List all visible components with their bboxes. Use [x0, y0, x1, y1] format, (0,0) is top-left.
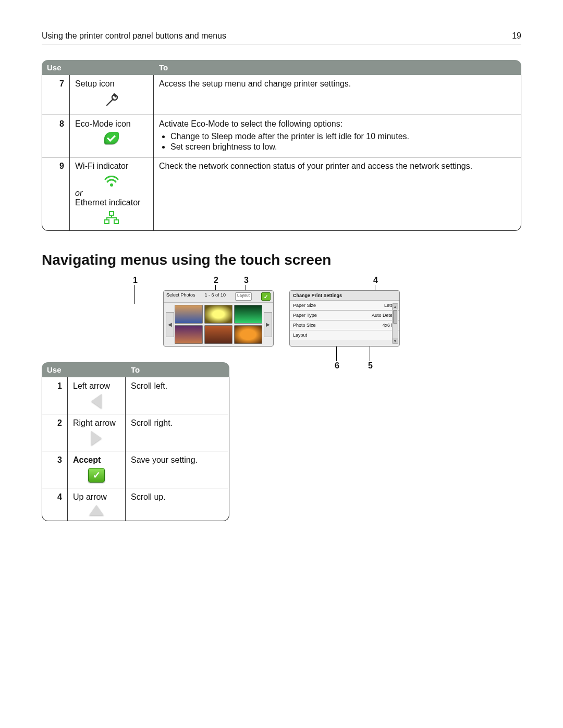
screenA-counter: 1 - 6 of 10: [205, 292, 226, 301]
header-rule: [42, 44, 521, 44]
row-num: 2: [42, 414, 68, 451]
table-row: 9 Wi-Fi indicator or Ethernet indicator: [42, 157, 521, 231]
scroll-thumb[interactable]: [393, 310, 397, 324]
scroll-down-icon[interactable]: ▼: [393, 338, 398, 343]
row-num: 9: [42, 157, 70, 231]
header-title: Using the printer control panel buttons …: [42, 31, 226, 41]
callout-1: 1: [133, 276, 138, 285]
table-row: 7 Setup icon Access the setup menu and c…: [42, 75, 521, 115]
layout-button[interactable]: Layout: [235, 292, 252, 301]
row-use: Accept ✓: [68, 451, 126, 488]
row-to: Scroll up.: [126, 488, 229, 521]
use-or: or: [75, 189, 148, 198]
up-arrow-icon: [73, 505, 120, 515]
bullet: Change to Sleep mode after the printer i…: [170, 132, 516, 141]
row-to: Scroll right.: [126, 414, 229, 451]
ethernet-icon: [75, 211, 148, 225]
callout-5: 5: [368, 361, 373, 371]
setting-row-layout[interactable]: Layout: [290, 330, 399, 340]
setting-label: Paper Size: [293, 303, 316, 308]
row-to: Activate Eco-Mode to select the followin…: [154, 115, 521, 157]
th2-use: Use: [42, 362, 126, 377]
row-use: Setup icon: [70, 75, 154, 115]
table-row: 3 Accept ✓ Save your setting.: [42, 451, 229, 488]
table-row: 8 Eco-Mode icon Activate Eco-Mode to sel…: [42, 115, 521, 157]
th-use: Use: [42, 60, 154, 75]
header-page-number: 19: [512, 31, 521, 41]
use-label: Left arrow: [73, 381, 110, 390]
row-use: Wi-Fi indicator or Ethernet indicator: [70, 157, 154, 231]
photo-thumb[interactable]: [234, 305, 262, 324]
photo-grid: ◀ ▶: [164, 303, 273, 346]
left-arrow-icon: [73, 394, 120, 409]
setup-icon: [75, 92, 148, 109]
row-num: 1: [42, 377, 68, 414]
svg-rect-2: [109, 212, 114, 215]
photo-thumb[interactable]: [234, 325, 262, 344]
setting-label: Paper Type: [293, 313, 317, 318]
callout-4: 4: [373, 276, 378, 285]
row-to: Access the setup menu and change printer…: [154, 75, 521, 115]
scroll-up-icon[interactable]: ▲: [393, 304, 398, 309]
print-settings-screen: Change Print Settings Paper Size Letter …: [289, 290, 400, 347]
accept-icon[interactable]: ✓: [261, 292, 271, 301]
use-ethernet-label: Ethernet indicator: [75, 198, 148, 207]
svg-point-1: [110, 183, 113, 187]
table-row: 4 Up arrow Scroll up.: [42, 488, 229, 521]
select-photos-screen: Select Photos 1 - 6 of 10 Layout ✓ ◀ ▶: [163, 290, 274, 347]
touch-screen-figure: 1 2 3 4 5 6 Select Photos 1 - 6 of 10 La…: [42, 279, 521, 347]
use-label-accept: Accept: [73, 455, 101, 464]
setting-label: Photo Size: [293, 323, 316, 328]
svg-rect-3: [105, 220, 109, 224]
callout-2: 2: [214, 276, 218, 285]
wifi-icon: [75, 174, 148, 188]
setting-row-paper-type[interactable]: Paper Type Auto Detect: [290, 310, 399, 320]
photo-thumb[interactable]: [175, 325, 203, 344]
table-row: 2 Right arrow Scroll right.: [42, 414, 229, 451]
row-num: 3: [42, 451, 68, 488]
screenA-titlebar: Select Photos 1 - 6 of 10 Layout ✓: [164, 291, 273, 303]
setting-label: Layout: [293, 332, 307, 338]
row-use: Eco-Mode icon: [70, 115, 154, 157]
row-use: Up arrow: [68, 488, 126, 521]
row-use: Right arrow: [68, 414, 126, 451]
callout-6: 6: [335, 361, 339, 371]
bullet: Set screen brightness to low.: [170, 142, 516, 152]
row-use: Left arrow: [68, 377, 126, 414]
row-num: 4: [42, 488, 68, 521]
screenA-title: Select Photos: [166, 292, 195, 301]
right-arrow-button[interactable]: ▶: [264, 312, 272, 337]
page-header: Using the printer control panel buttons …: [42, 31, 521, 41]
screenB-title: Change Print Settings: [290, 291, 399, 300]
row-to: Check the network connection status of y…: [154, 157, 521, 231]
left-arrow-button[interactable]: ◀: [166, 312, 174, 337]
section-heading: Navigating menus using the touch screen: [42, 252, 521, 268]
right-arrow-icon: [73, 431, 120, 446]
table-row: 1 Left arrow Scroll left.: [42, 377, 229, 414]
scrollbar[interactable]: ▲ ▼: [392, 303, 398, 344]
th-to: To: [154, 60, 521, 75]
callout-3: 3: [244, 276, 249, 285]
photo-thumb[interactable]: [204, 305, 232, 324]
th2-to: To: [126, 362, 229, 377]
setting-row-paper-size[interactable]: Paper Size Letter: [290, 300, 399, 310]
eco-mode-icon: [75, 132, 148, 144]
to-bullets: Change to Sleep mode after the printer i…: [159, 132, 516, 152]
row-num: 7: [42, 75, 70, 115]
photo-thumb[interactable]: [204, 325, 232, 344]
use-label: Setup icon: [75, 79, 115, 88]
svg-rect-4: [114, 220, 118, 224]
icon-reference-table: Use To 7 Setup icon Access the setup men…: [42, 60, 521, 231]
use-label: Eco-Mode icon: [75, 119, 131, 128]
row-to: Scroll left.: [126, 377, 229, 414]
to-lead: Activate Eco-Mode to select the followin…: [159, 119, 342, 128]
use-label: Right arrow: [73, 418, 116, 427]
photo-thumb[interactable]: [175, 305, 203, 324]
touch-controls-table: Use To 1 Left arrow Scroll left. 2 Right…: [42, 362, 229, 521]
row-num: 8: [42, 115, 70, 157]
row-to: Save your setting.: [126, 451, 229, 488]
use-label: Up arrow: [73, 492, 107, 501]
setting-row-photo-size[interactable]: Photo Size 4x6 in.: [290, 320, 399, 330]
use-wifi-label: Wi-Fi indicator: [75, 162, 128, 170]
accept-icon: ✓: [73, 468, 120, 483]
